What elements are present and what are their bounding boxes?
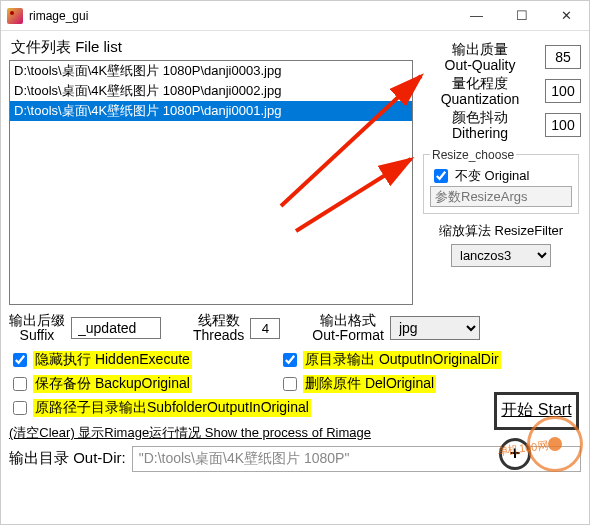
quantization-input[interactable]: 100 <box>545 79 581 103</box>
resize-original-checkbox[interactable]: 不变 Original <box>430 166 572 186</box>
opt-backup-original[interactable]: 保存备份 BackupOriginal <box>9 374 269 394</box>
file-list-label: 文件列表 File list <box>9 35 413 60</box>
resize-filter-label: 缩放算法 ResizeFilter <box>421 222 581 240</box>
file-listbox[interactable]: D:\tools\桌面\4K壁纸图片 1080P\danji0003.jpgD:… <box>9 60 413 305</box>
maximize-button[interactable]: ☐ <box>499 1 544 30</box>
window-title: rimage_gui <box>29 9 454 23</box>
list-item[interactable]: D:\tools\桌面\4K壁纸图片 1080P\danji0002.jpg <box>10 81 412 101</box>
titlebar: rimage_gui — ☐ ✕ <box>1 1 589 31</box>
app-icon <box>7 8 23 24</box>
list-item[interactable]: D:\tools\桌面\4K壁纸图片 1080P\danji0003.jpg <box>10 61 412 81</box>
quality-label: 输出质量Out-Quality <box>421 41 539 73</box>
format-label: 输出格式Out-Format <box>312 313 384 344</box>
resize-group: Resize_choose 不变 Original <box>423 148 579 214</box>
threads-label: 线程数Threads <box>193 313 244 344</box>
outdir-label: 输出目录 Out-Dir: <box>9 449 126 468</box>
opt-del-original[interactable]: 删除原件 DelOriginal <box>279 374 581 394</box>
start-button[interactable]: 开始 Start <box>494 392 579 430</box>
dithering-label: 颜色抖动Dithering <box>421 109 539 141</box>
add-button[interactable]: + <box>499 438 531 470</box>
quality-input[interactable]: 85 <box>545 45 581 69</box>
quantization-label: 量化程度Quantization <box>421 75 539 107</box>
resize-filter-select[interactable]: lanczos3 <box>451 244 551 267</box>
threads-input[interactable] <box>250 318 280 339</box>
suffix-label: 输出后缀Suffix <box>9 313 65 344</box>
resize-args-input[interactable] <box>430 186 572 207</box>
opt-output-orig-dir[interactable]: 原目录输出 OutputInOriginalDir <box>279 350 581 370</box>
dithering-input[interactable]: 100 <box>545 113 581 137</box>
opt-hidden-execute[interactable]: 隐藏执行 HiddenExecute <box>9 350 269 370</box>
suffix-input[interactable] <box>71 317 161 339</box>
list-item[interactable]: D:\tools\桌面\4K壁纸图片 1080P\danji0001.jpg <box>10 101 412 121</box>
format-select[interactable]: jpg <box>390 316 480 340</box>
minimize-button[interactable]: — <box>454 1 499 30</box>
close-button[interactable]: ✕ <box>544 1 589 30</box>
resize-legend: Resize_choose <box>430 148 516 162</box>
